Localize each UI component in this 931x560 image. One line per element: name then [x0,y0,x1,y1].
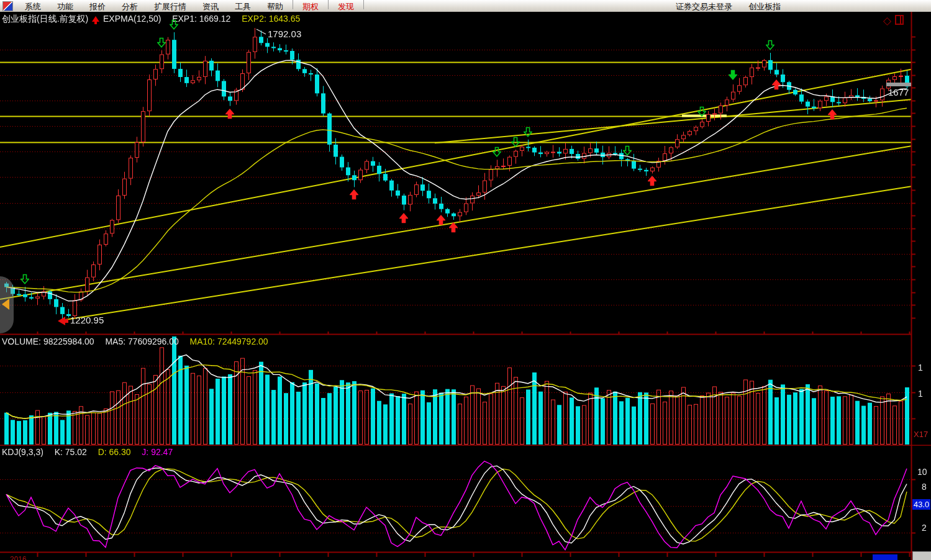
menu-item-系统[interactable]: 系统 [17,0,49,12]
menu-bar: 系统功能报价分析扩展行情资讯工具帮助期权发现 证券交易未登录创业板指 [0,0,931,12]
chart-area: 创业板指(日线.前复权) EXPMA(12,50) EXP1: 1669.12 … [0,12,931,560]
kdj-label-row: KDJ(9,3,3) K: 75.02 D: 66.30 J: 92.47 [2,447,173,457]
kdj-k-value: K: 75.02 [55,447,87,457]
menu-item-功能[interactable]: 功能 [49,0,81,12]
last-price-marker [886,83,911,86]
sell-signal-icon [493,147,501,157]
kdj-indicator-name[interactable]: KDJ(9,3,3) [2,447,43,457]
buy-signal-icon [437,215,445,225]
last-price-label: 1677 [888,88,909,97]
exp1-value: EXP1: 1669.12 [172,14,230,24]
date-axis-canvas[interactable] [0,551,931,560]
volume-canvas[interactable] [0,335,931,446]
buy-signal-icon [350,189,358,200]
date-axis: 2016 [0,551,931,560]
menu-item-期权[interactable]: 期权 [294,0,327,12]
buy-signal-icon [772,79,781,90]
kdj-axis-label-80: 8 [922,482,927,492]
menu-separator [293,0,293,9]
volume-axis-label-2: 1 [918,389,923,399]
up-arrow-icon [92,16,99,22]
left-panel-slide-handle[interactable] [0,276,14,333]
buy-signal-icon [225,109,234,119]
collapse-arrow-icon [2,299,9,310]
buy-signal-icon [828,109,837,120]
volume-scale-label: X17 [914,430,928,440]
menu-item-分析[interactable]: 分析 [114,0,146,12]
kdj-panel: KDJ(9,3,3) K: 75.02 D: 66.30 J: 92.47 10… [0,446,931,551]
chart-title-row: 创业板指(日线.前复权) EXPMA(12,50) EXP1: 1669.12 … [2,14,300,24]
buy-signal-icon [399,213,408,224]
menu-item-扩展行情[interactable]: 扩展行情 [146,0,194,12]
kdj-axis-label-20: 2 [922,523,927,533]
volume-axis-label-1: 1 [918,363,923,373]
restore-window-icon[interactable] [895,15,904,25]
sell-signal-icon [157,37,166,48]
sell-signal-icon [697,106,706,117]
current-date-highlight [873,554,897,560]
volume-value[interactable]: VOLUME: 98225984.00 [2,336,94,346]
sell-signal-icon [524,127,532,137]
menu-separator [363,0,364,9]
indicator-name[interactable]: EXPMA(12,50) [103,14,161,24]
menu-status: 证券交易未登录创业板指 [676,0,797,12]
kdj-canvas[interactable] [0,446,931,551]
menu-item-发现[interactable]: 发现 [330,0,362,12]
buy-signal-icon [449,222,458,233]
chart-corner-tools: ◇ [883,14,904,27]
volume-label-row: VOLUME: 98225984.00 MA5: 77609296.00 MA1… [2,336,268,346]
app-logo-icon[interactable] [2,1,13,11]
kdj-j-value: J: 92.47 [142,447,173,457]
menu-item-工具[interactable]: 工具 [227,0,259,12]
volume-ma10-value: MA10: 72449792.00 [190,336,268,346]
sell-signal-icon [511,137,520,147]
current-symbol-label: 创业板指 [748,2,781,11]
axis-corner-box [912,551,931,560]
volume-ma5-value: MA5: 77609296.00 [105,336,178,346]
kdj-current-value-badge: 43.0 [912,499,930,510]
sell-signal-icon [623,145,632,156]
main-chart-panel: 创业板指(日线.前复权) EXPMA(12,50) EXP1: 1669.12 … [0,12,931,335]
menu-separator [328,0,329,9]
menu-item-报价[interactable]: 报价 [81,0,114,12]
sell-signal-icon [20,274,29,284]
low-price-annotation: 1220.95 [70,315,104,325]
sell-signal-icon [766,40,774,50]
sell-solid-signal-icon [729,70,737,80]
sell-signal-icon [170,19,178,30]
kdj-axis-label-100: 10 [917,467,927,477]
volume-panel: VOLUME: 98225984.00 MA5: 77609296.00 MA1… [0,335,931,446]
diamond-tool-icon[interactable]: ◇ [883,15,891,27]
main-chart-canvas[interactable] [0,12,931,335]
trade-login-status[interactable]: 证券交易未登录 [676,2,732,11]
kdj-d-value: D: 66.30 [98,447,131,457]
menu-item-资讯[interactable]: 资讯 [194,0,227,12]
trading-terminal-window: 系统功能报价分析扩展行情资讯工具帮助期权发现 证券交易未登录创业板指 创业板指(… [0,0,931,560]
date-axis-year: 2016 [10,555,27,560]
buy-signal-icon [648,176,656,186]
high-price-annotation: 1792.03 [268,29,301,39]
exp2-value: EXP2: 1643.65 [242,14,300,24]
menu-items: 系统功能报价分析扩展行情资讯工具帮助期权发现 [17,0,365,12]
low-price-arrow-icon [58,317,65,325]
menu-item-帮助[interactable]: 帮助 [259,0,291,12]
symbol-period-title: 创业板指(日线.前复权) [2,14,88,24]
